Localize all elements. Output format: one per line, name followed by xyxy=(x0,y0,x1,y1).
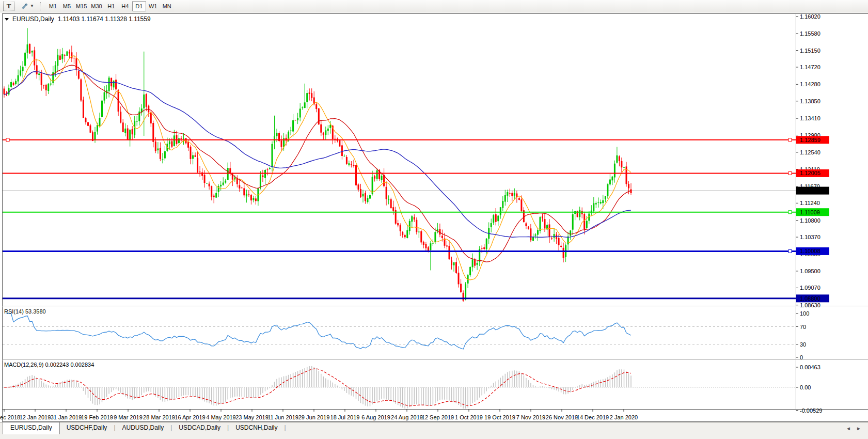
date-axis: 25 Dec 201812 Jan 201931 Jan 201919 Feb … xyxy=(0,410,638,421)
price-tick-label: 1.10370 xyxy=(800,234,820,240)
moving-averages-layer xyxy=(4,56,631,280)
chart-ohlc-values: 1.11403 1.11674 1.11328 1.11559 xyxy=(58,15,151,23)
timeframe-button-h4[interactable]: H4 xyxy=(118,1,132,11)
rsi-tick-label: 0 xyxy=(800,354,803,360)
date-label: 19 Feb 2019 xyxy=(81,414,113,420)
collapse-triangle-icon[interactable] xyxy=(5,18,9,21)
price-tick-label: 1.15580 xyxy=(800,30,820,37)
tab-usdcnh-daily[interactable]: USDCNH,Daily xyxy=(229,422,284,433)
svg-text:1.12005: 1.12005 xyxy=(800,170,820,176)
tab-audusd-daily[interactable]: AUDUSD,Daily xyxy=(116,422,171,433)
price-tick-label: 1.09070 xyxy=(800,285,820,291)
date-label: 25 Dec 2018 xyxy=(0,414,20,420)
tab-usdchf-daily[interactable]: USDCHF,Daily xyxy=(60,422,114,433)
price-tick-label: 1.15150 xyxy=(800,48,820,54)
tab-scroll-left-button[interactable]: ◄ xyxy=(846,426,851,431)
tab-scroll-right-button[interactable]: ► xyxy=(856,426,861,431)
tab-usdcad-daily[interactable]: USDCAD,Daily xyxy=(172,422,227,433)
date-label: 31 Jan 2019 xyxy=(51,414,82,420)
date-label: 28 Mar 2019 xyxy=(143,414,175,420)
svg-text:1.08800: 1.08800 xyxy=(800,295,820,302)
date-label: 4 May 2019 xyxy=(206,414,235,420)
date-label: 9 Mar 2019 xyxy=(114,414,143,420)
timeframe-button-mn[interactable]: MN xyxy=(160,1,174,11)
chart-title: EURUSD,Daily 1.11403 1.11674 1.11328 1.1… xyxy=(5,15,151,23)
date-label: 14 Dec 2019 xyxy=(577,414,609,420)
svg-text:1.11559: 1.11559 xyxy=(800,187,820,194)
chart-window-border xyxy=(3,13,868,422)
rsi-tick-label: 70 xyxy=(800,324,806,330)
level-line-1.08800[interactable]: 1.08800 xyxy=(3,294,829,302)
price-tick-label: 1.14720 xyxy=(800,64,820,70)
current-price-tag: 1.11559 xyxy=(796,187,829,195)
price-tick-label: 1.11240 xyxy=(800,200,820,206)
price-tick-label: 1.16020 xyxy=(800,13,820,20)
date-label: 12 Jan 2019 xyxy=(20,414,51,420)
level-line-1.12005[interactable]: 1.12005 xyxy=(3,169,829,177)
date-label: 23 May 2019 xyxy=(235,414,269,420)
toolbar-separator xyxy=(40,2,41,10)
macd-tick-label: -0.00529 xyxy=(800,407,822,414)
date-label: 16 Apr 2019 xyxy=(175,414,205,420)
text-tool-button[interactable]: T xyxy=(3,2,14,11)
date-label: 18 Jul 2019 xyxy=(330,414,360,420)
price-tick-label: 1.09500 xyxy=(800,268,820,274)
macd-tick-label: 0.00 xyxy=(800,384,811,390)
timeframe-button-h1[interactable]: H1 xyxy=(104,1,118,11)
level-line-1.10008[interactable]: 1.10008 xyxy=(3,247,829,255)
timeframe-button-d1[interactable]: D1 xyxy=(132,1,146,11)
chart-canvas[interactable]: 1.160201.155801.151501.147201.142801.138… xyxy=(0,13,868,422)
tab-separator: | xyxy=(284,422,286,431)
date-label: 12 Sep 2019 xyxy=(422,414,454,420)
candles-layer xyxy=(4,28,632,302)
price-tick-label: 1.10800 xyxy=(800,217,820,224)
date-label: 7 Nov 2019 xyxy=(516,414,545,420)
date-label: 6 Aug 2019 xyxy=(361,414,390,420)
level-line-1.12859[interactable]: 1.12859 xyxy=(3,136,829,144)
chart-tabs: EURUSD,DailyUSDCHF,Daily|AUDUSD,Daily|US… xyxy=(3,422,868,434)
arrange-windows-button[interactable]: ▼ xyxy=(19,1,36,11)
date-label: 26 Nov 2019 xyxy=(546,414,578,420)
timeframe-button-w1[interactable]: W1 xyxy=(146,1,160,11)
date-label: 2 Jan 2020 xyxy=(610,414,638,420)
macd-pane: 0.004630.00-0.00529 xyxy=(3,364,822,414)
price-axis: 1.160201.155801.151501.147201.142801.138… xyxy=(796,13,820,308)
date-label: 24 Aug 2019 xyxy=(391,414,423,420)
macd-indicator-label: MACD(12,26,9) 0.002243 0.002834 xyxy=(4,362,94,368)
rsi-line xyxy=(7,313,632,349)
price-tick-label: 1.14280 xyxy=(800,81,820,87)
timeframe-button-m30[interactable]: M30 xyxy=(89,1,104,11)
timeframe-button-m5[interactable]: M5 xyxy=(60,1,74,11)
price-tick-label: 1.13410 xyxy=(800,115,820,121)
rsi-tick-label: 30 xyxy=(800,341,806,348)
arrows-icon xyxy=(21,3,29,10)
timeframe-button-m1[interactable]: M1 xyxy=(46,1,60,11)
date-label: 29 Jun 2019 xyxy=(298,414,330,420)
date-label: 11 Jun 2019 xyxy=(267,414,298,420)
macd-tick-label: 0.00463 xyxy=(800,364,820,370)
date-label: 19 Oct 2019 xyxy=(484,414,515,420)
level-line-1.11009[interactable]: 1.11009 xyxy=(3,208,829,216)
tab-eurusd-daily[interactable]: EURUSD,Daily xyxy=(3,422,60,434)
text-tool-glyph: T xyxy=(7,2,11,10)
chart-symbol-period: EURUSD,Daily xyxy=(12,15,54,23)
ma-medium-line xyxy=(4,65,631,262)
toolbar: T ▼ M1M5M15M30H1H4D1W1MN xyxy=(0,0,868,12)
price-tick-label: 1.13850 xyxy=(800,98,820,104)
horizontal-level-lines: 1.128591.120051.110091.100081.08800 xyxy=(3,136,829,302)
price-tick-label: 1.12540 xyxy=(800,149,820,155)
timeframe-button-m15[interactable]: M15 xyxy=(74,1,89,11)
ma-fast-line xyxy=(4,56,631,280)
svg-text:1.10008: 1.10008 xyxy=(800,248,820,254)
rsi-pane: 10070300 xyxy=(3,310,809,360)
svg-text:1.11009: 1.11009 xyxy=(800,209,820,215)
price-tick-label: 1.08630 xyxy=(800,302,820,308)
timeframe-toolbar: M1M5M15M30H1H4D1W1MN xyxy=(46,1,174,11)
date-label: 1 Oct 2019 xyxy=(455,414,483,420)
chart-tab-bar: EURUSD,DailyUSDCHF,Daily|AUDUSD,Daily|US… xyxy=(0,422,868,439)
chevron-down-icon: ▼ xyxy=(30,4,34,8)
rsi-indicator-label: RSI(14) 53.3580 xyxy=(4,308,46,315)
svg-text:1.12859: 1.12859 xyxy=(800,137,820,143)
rsi-tick-label: 100 xyxy=(800,310,809,317)
